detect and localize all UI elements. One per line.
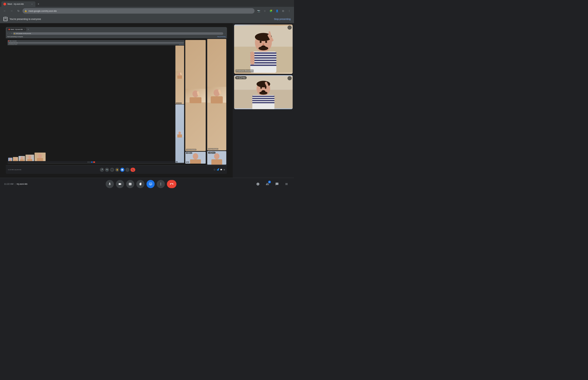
bookmark-button[interactable]: ☆ <box>262 8 267 14</box>
active-tab[interactable]: Meet - tnj-esni-ikb × <box>1 1 35 7</box>
expand-you-video-button[interactable]: ⛶ <box>287 76 292 80</box>
split-view-button[interactable]: ⊟ <box>280 8 286 14</box>
nested-more: ⋮ <box>225 33 226 34</box>
meeting-time: 11:22 AM <box>4 183 13 185</box>
stop-presenting-button[interactable]: Stop presenting <box>274 18 291 20</box>
browser-chrome: Meet - tnj-esni-ikb × + ← → ↻ 🔒 meet.goo… <box>0 0 294 15</box>
you-video-controls: ⛶ <box>287 76 292 80</box>
svg-rect-33 <box>211 159 222 165</box>
menu-button[interactable]: ⋮ <box>286 8 292 14</box>
svg-rect-61 <box>252 100 274 101</box>
svg-rect-26 <box>190 159 201 164</box>
svg-point-50 <box>258 46 268 50</box>
svg-point-71 <box>160 185 161 185</box>
activities-button[interactable] <box>283 181 290 188</box>
presentation-banner: You're presenting to everyone Stop prese… <box>0 15 294 23</box>
svg-rect-8 <box>20 159 24 161</box>
screen-share-area: Meet - tnj-esni-ikb × + ← → ↻ 🔒 meet.goo… <box>0 23 233 178</box>
url-text: meet.google.com/tnj-esni-ikb <box>28 10 57 12</box>
chat-button[interactable] <box>274 181 280 188</box>
nested-banner-msg: You're presenting to everyone <box>7 36 23 37</box>
svg-point-9 <box>28 155 31 159</box>
svg-point-67 <box>259 91 267 95</box>
participant-video-francois-large: François Beaufort ⛶ <box>234 24 293 74</box>
bottom-right-actions: 3 <box>255 181 290 188</box>
nested-browser-chrome: Meet - tnj-esni-ikb × + <box>6 27 227 32</box>
meeting-id: tnj-esni-ikb <box>17 183 27 185</box>
svg-rect-62 <box>252 102 274 103</box>
svg-point-46 <box>265 41 267 43</box>
svg-point-3 <box>10 158 11 160</box>
info-button[interactable] <box>255 181 261 188</box>
main-area: Meet - tnj-esni-ikb × + ← → ↻ 🔒 meet.goo… <box>0 23 294 178</box>
svg-rect-44 <box>250 65 276 66</box>
toolbar-actions: 📷 ☆ 🧩 👤 ⊟ ⋮ <box>256 8 292 14</box>
bottom-controls <box>106 180 176 188</box>
lock-icon: 🔒 <box>24 10 27 12</box>
nested-browser: Meet - tnj-esni-ikb × + ← → ↻ 🔒 meet.goo… <box>6 27 227 174</box>
camera-button[interactable] <box>116 180 124 188</box>
cast-button[interactable]: 📷 <box>256 8 261 14</box>
svg-point-47 <box>263 44 264 45</box>
svg-point-70 <box>160 184 161 184</box>
extensions-button[interactable]: 🧩 <box>268 8 274 14</box>
end-call-button[interactable] <box>167 180 176 188</box>
nested-url: 🔒 meet.google.com/tnj-esni-ikb <box>14 33 31 34</box>
people-button[interactable]: 3 <box>264 181 271 188</box>
browser-tabs: Meet - tnj-esni-ikb × + <box>0 0 294 7</box>
browser-toolbar: ← → ↻ 🔒 meet.google.com/tnj-esni-ikb 📷 ☆… <box>0 7 294 15</box>
svg-rect-6 <box>14 160 17 161</box>
you-label-top: You <box>242 77 246 79</box>
svg-point-32 <box>214 153 219 159</box>
svg-rect-12 <box>37 158 43 161</box>
bottom-bar: 11:22 AM | tnj-esni-ikb <box>0 178 294 190</box>
tab-favicon <box>3 3 6 5</box>
you-video-top-controls: ••• You <box>235 76 247 79</box>
nested-tab-favicon <box>8 29 10 30</box>
svg-rect-0 <box>4 18 7 20</box>
svg-point-69 <box>160 183 161 183</box>
expand-video-button[interactable]: ⛶ <box>287 25 292 30</box>
nested-back: ← <box>7 33 8 34</box>
profile-button[interactable]: 👤 <box>274 8 280 14</box>
svg-rect-29 <box>211 96 223 103</box>
svg-point-18 <box>178 132 181 134</box>
svg-rect-53 <box>250 52 255 64</box>
forward-button[interactable]: → <box>9 8 14 14</box>
reload-button[interactable]: ↻ <box>16 8 21 14</box>
svg-rect-60 <box>252 98 274 99</box>
captions-button[interactable] <box>126 180 134 188</box>
meet-content: You're presenting to everyone Stop prese… <box>0 15 294 190</box>
new-tab-button[interactable]: + <box>36 2 41 6</box>
presenting-message: You're presenting to everyone <box>10 18 41 20</box>
people-count-badge: 3 <box>268 181 271 183</box>
raise-hand-button[interactable] <box>136 180 144 188</box>
svg-point-7 <box>20 157 23 159</box>
meeting-divider: | <box>15 183 15 185</box>
present-screen-icon <box>3 17 7 21</box>
back-button[interactable]: ← <box>2 8 7 14</box>
address-bar[interactable]: 🔒 meet.google.com/tnj-esni-ikb <box>22 8 255 14</box>
svg-point-45 <box>260 41 262 43</box>
participants-sidebar: François Beaufort ⛶ <box>233 23 294 178</box>
participant-name-francois-1: François Beaufort <box>235 69 254 73</box>
microphone-button[interactable] <box>106 180 114 188</box>
more-options-button[interactable] <box>157 180 165 188</box>
banner-left: You're presenting to everyone <box>3 17 41 21</box>
screen-preview-frame: Meet - tnj-esni-ikb × + ← → ↻ 🔒 meet.goo… <box>6 27 227 174</box>
svg-rect-10 <box>27 159 32 161</box>
participant-video-controls: ⛶ <box>287 25 292 30</box>
participant-video-you: ••• You ⛶ <box>234 75 293 109</box>
tab-close-button[interactable]: × <box>31 3 33 5</box>
svg-rect-15 <box>177 76 182 79</box>
nested-reload: ↻ <box>11 33 12 34</box>
svg-point-5 <box>15 157 17 160</box>
present-screen-button[interactable] <box>147 180 155 188</box>
svg-rect-59 <box>252 96 274 97</box>
svg-point-11 <box>38 154 42 158</box>
nested-toolbar: ← → ↻ 🔒 meet.google.com/tnj-esni-ikb ⋮ <box>6 32 227 35</box>
more-options-pill[interactable]: ••• You <box>235 76 247 79</box>
nested-meet-content: You're presenting to everyone Stop prese… <box>6 35 227 174</box>
svg-rect-19 <box>177 134 182 138</box>
tab-title: Meet - tnj-esni-ikb <box>7 3 29 5</box>
